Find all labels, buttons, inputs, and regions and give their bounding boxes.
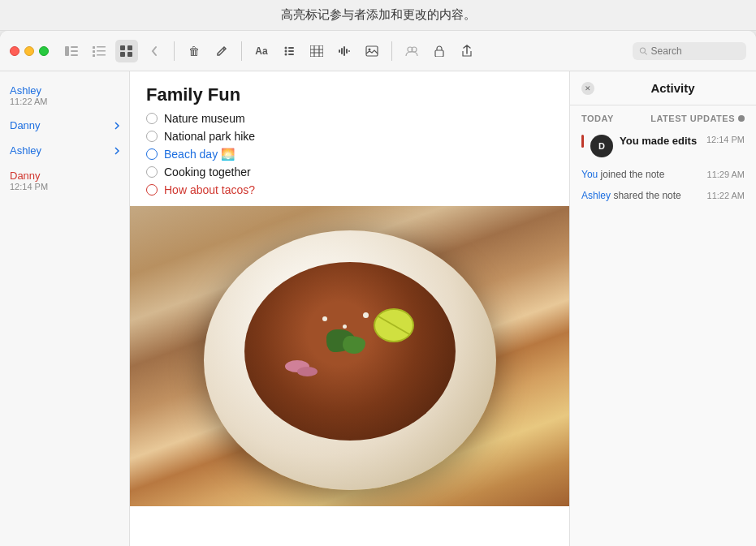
toolbar-divider-2	[241, 41, 242, 61]
checkbox-1[interactable]	[146, 131, 158, 142]
table-button[interactable]	[305, 40, 328, 62]
note-item-4: How about tacos?	[146, 183, 553, 196]
format-button[interactable]	[278, 40, 300, 62]
activity-item-time-0: 12:14 PM	[706, 135, 745, 144]
note-item-text-0: Nature museum	[164, 112, 245, 125]
audio-button[interactable]	[333, 40, 356, 62]
svg-rect-1	[71, 46, 78, 48]
svg-rect-20	[310, 45, 323, 57]
chevron-right-icon-2	[114, 147, 119, 155]
sidebar-name-2: Ashley	[10, 144, 41, 157]
activity-section-header: TODAY LATEST UPDATES	[570, 105, 756, 128]
activity-close-button[interactable]: ✕	[581, 82, 594, 95]
search-input[interactable]	[651, 45, 740, 57]
note-item-text-4: How about tacos?	[164, 183, 255, 196]
note-item-2: Beach day 🌅	[146, 148, 553, 161]
activity-title: Activity	[601, 81, 745, 95]
svg-rect-3	[71, 54, 78, 56]
svg-rect-11	[127, 45, 132, 50]
note-item-1: National park hike	[146, 130, 553, 143]
svg-point-35	[640, 48, 645, 53]
svg-rect-5	[97, 46, 106, 48]
joined-text: joined the note	[601, 169, 665, 180]
activity-item-0: D You made edits 12:14 PM	[570, 128, 756, 164]
note-item-text-2: Beach day 🌅	[164, 148, 235, 161]
ashley-label: Ashley	[581, 190, 611, 201]
sidebar-item-2[interactable]: Ashley	[0, 138, 129, 163]
font-button[interactable]: Aa	[250, 40, 273, 62]
activity-item-2: Ashley shared the note 11:22 AM	[570, 185, 756, 206]
svg-rect-6	[93, 50, 95, 53]
checkbox-4[interactable]	[146, 184, 158, 196]
svg-point-16	[285, 49, 287, 52]
lock-button[interactable]	[428, 40, 451, 62]
svg-rect-4	[93, 46, 95, 49]
svg-rect-29	[348, 50, 350, 52]
tooltip-text: 高亮标记参与者添加和更改的内容。	[281, 7, 476, 23]
activity-item-time-1: 11:29 AM	[707, 170, 745, 179]
search-icon	[639, 46, 648, 56]
share-button[interactable]	[456, 40, 478, 62]
svg-rect-8	[93, 54, 95, 57]
activity-header: ✕ Activity	[570, 71, 756, 105]
activity-item-time-2: 11:22 AM	[707, 191, 745, 200]
sidebar-item-0[interactable]: Ashley 11:22 AM	[0, 78, 129, 113]
toolbar-divider-1	[174, 41, 175, 61]
search-container	[633, 42, 746, 60]
you-label: You	[581, 169, 598, 180]
svg-rect-13	[127, 52, 132, 57]
svg-rect-2	[71, 50, 78, 52]
sidebar-name-3: Danny	[10, 170, 41, 182]
svg-rect-34	[435, 50, 443, 57]
sidebar-toggle-button[interactable]	[60, 40, 83, 62]
sidebar-item-1[interactable]: Danny	[0, 113, 129, 138]
sidebar-name-1: Danny	[10, 119, 41, 131]
note-item-text-3: Cooking together	[164, 166, 251, 178]
media-button[interactable]	[361, 40, 383, 62]
note-image	[130, 206, 569, 546]
toolbar-divider-3	[391, 41, 392, 61]
note-list: Nature museum National park hike Beach d…	[130, 112, 569, 196]
sidebar-time-0: 11:22 AM	[10, 97, 47, 106]
delete-button[interactable]: 🗑	[183, 40, 205, 62]
svg-rect-25	[339, 49, 340, 53]
latest-updates: LATEST UPDATES	[650, 114, 745, 123]
note-item-text-1: National park hike	[164, 130, 255, 143]
grid-view-button[interactable]	[115, 40, 138, 62]
svg-rect-15	[288, 47, 294, 49]
back-button[interactable]	[143, 40, 166, 62]
content-area: Ashley 11:22 AM Danny Ashley	[0, 71, 756, 546]
svg-rect-7	[97, 50, 106, 52]
note-area: Family Fun Nature museum National park h…	[130, 71, 569, 546]
svg-rect-19	[288, 54, 294, 55]
latest-updates-label: LATEST UPDATES	[650, 114, 735, 123]
activity-panel: ✕ Activity TODAY LATEST UPDATES D You ma…	[569, 71, 756, 546]
svg-rect-0	[65, 46, 69, 56]
note-title: Family Fun	[130, 71, 569, 112]
sidebar-name-0: Ashley	[10, 84, 41, 97]
svg-point-31	[369, 48, 371, 50]
close-button[interactable]	[10, 46, 19, 56]
checkbox-3[interactable]	[146, 166, 158, 178]
minimize-button[interactable]	[24, 46, 34, 56]
svg-point-14	[285, 46, 287, 49]
note-item-0: Nature museum	[146, 112, 553, 125]
svg-rect-30	[366, 46, 378, 56]
checkbox-2[interactable]	[146, 148, 158, 160]
sidebar-item-3[interactable]: Danny 12:14 PM	[0, 163, 129, 198]
collab-button[interactable]	[400, 40, 423, 62]
activity-item-main-0: You made edits	[620, 135, 700, 147]
traffic-lights	[10, 46, 49, 56]
tooltip-bar: 高亮标记参与者添加和更改的内容。	[0, 0, 756, 31]
activity-join-text: You joined the note	[581, 169, 664, 180]
svg-rect-27	[343, 46, 345, 56]
checkbox-0[interactable]	[146, 113, 158, 124]
activity-item-content-0: You made edits	[620, 135, 700, 147]
activity-accent-bar	[581, 135, 584, 148]
activity-share-text: Ashley shared the note	[581, 190, 681, 201]
svg-rect-10	[120, 45, 125, 50]
edit-button[interactable]	[210, 40, 233, 62]
fullscreen-button[interactable]	[39, 46, 49, 56]
latest-updates-dot	[738, 115, 745, 122]
list-view-button[interactable]	[88, 40, 110, 62]
